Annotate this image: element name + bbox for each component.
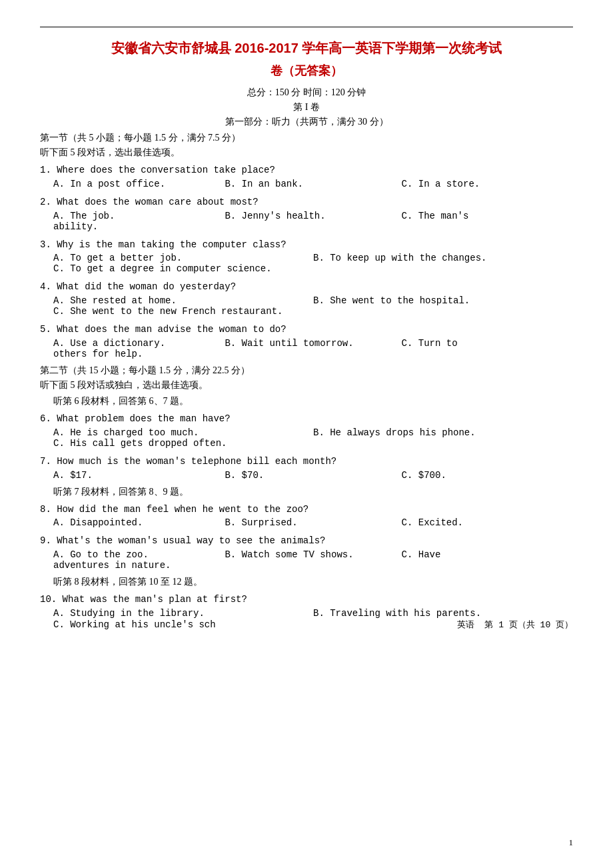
q4-optC: C. She went to the new French restaurant…	[40, 306, 573, 317]
passage8-note: 听第 8 段材料，回答第 10 至 12 题。	[40, 576, 573, 588]
section2-header: 第二节（共 15 小题；每小题 1.5 分，满分 22.5 分）	[40, 365, 573, 377]
q3-options-row1: A. To get a better job. B. To keep up wi…	[40, 253, 573, 263]
q3-optB: B. To keep up with the changes.	[313, 253, 573, 263]
q4-optB: B. She went to the hospital.	[313, 295, 573, 306]
footer-inline: 英语 第 1 页（共 10 页）	[457, 619, 573, 631]
q4-options-row1: A. She rested at home. B. She went to th…	[40, 295, 573, 306]
q1-text: 1. Where does the conversation take plac…	[40, 163, 573, 179]
passage6-note: 听第 6 段材料，回答第 6、7 题。	[40, 395, 573, 407]
section1-header: 第一节（共 5 小题；每小题 1.5 分，满分 7.5 分）	[40, 132, 573, 144]
q7-optC: C. $700.	[402, 470, 573, 481]
question-5: 5. What does the man advise the woman to…	[40, 322, 573, 359]
section2-instruction: 听下面 5 段对话或独白，选出最佳选项。	[40, 379, 573, 391]
question-6: 6. What problem does the man have? A. He…	[40, 411, 573, 449]
q9-optA: A. Go to the zoo.	[53, 549, 225, 560]
q2-wrap: ability.	[40, 221, 573, 232]
question-3: 3. Why is the man taking the computer cl…	[40, 237, 573, 275]
q1-optC: C. In a store.	[402, 179, 573, 189]
question-1: 1. Where does the conversation take plac…	[40, 163, 573, 189]
q9-wrap: adventures in nature.	[40, 560, 573, 571]
volume-label: 第 I 卷	[40, 101, 573, 113]
q5-options-row1: A. Use a dictionary. B. Wait until tomor…	[40, 338, 573, 349]
main-title: 安徽省六安市舒城县 2016-2017 学年高一英语下学期第一次统考试	[40, 39, 573, 57]
top-divider	[40, 27, 573, 27]
q2-optC: C. The man's	[402, 211, 573, 221]
q6-optA: A. He is charged too much.	[53, 427, 313, 438]
q5-optC: C. Turn to	[402, 338, 573, 349]
q10-text: 10. What was the man's plan at first?	[40, 592, 573, 608]
passage7-note: 听第 7 段材料，回答第 8、9 题。	[40, 486, 573, 498]
q6-optB: B. He always drops his phone.	[313, 427, 573, 438]
q5-wrap: others for help.	[40, 349, 573, 359]
q7-options: A. $17. B. $70. C. $700.	[40, 470, 573, 481]
q9-text: 9. What's the woman's usual way to see t…	[40, 533, 573, 549]
q10-optB: B. Traveling with his parents.	[313, 608, 573, 619]
page-number: 1	[569, 837, 574, 848]
q10-optC-row: C. Working at his uncle's sch 英语 第 1 页（共…	[40, 619, 573, 631]
q9-optC: C. Have	[402, 549, 573, 560]
question-8: 8. How did the man feel when he went to …	[40, 502, 573, 529]
q9-options-row1: A. Go to the zoo. B. Watch some TV shows…	[40, 549, 573, 560]
question-2: 2. What does the woman care about most? …	[40, 195, 573, 232]
q1-optA: A. In a post office.	[53, 179, 225, 189]
q2-options: A. The job. B. Jenny's health. C. The ma…	[40, 211, 573, 221]
q2-optB: B. Jenny's health.	[225, 211, 401, 221]
q3-text: 3. Why is the man taking the computer cl…	[40, 237, 573, 253]
q8-optA: A. Disappointed.	[53, 517, 225, 528]
q7-text: 7. How much is the woman's telephone bil…	[40, 454, 573, 470]
q8-optC: C. Excited.	[402, 517, 573, 528]
question-9: 9. What's the woman's usual way to see t…	[40, 533, 573, 571]
q8-optB: B. Surprised.	[225, 517, 401, 528]
q3-optA: A. To get a better job.	[53, 253, 313, 263]
q8-options: A. Disappointed. B. Surprised. C. Excite…	[40, 517, 573, 528]
question-7: 7. How much is the woman's telephone bil…	[40, 454, 573, 481]
q9-optB: B. Watch some TV shows.	[225, 549, 401, 560]
part1-title: 第一部分：听力（共两节，满分 30 分）	[40, 116, 573, 128]
q8-text: 8. How did the man feel when he went to …	[40, 502, 573, 518]
exam-info: 总分：150 分 时间：120 分钟	[40, 87, 573, 99]
question-4: 4. What did the woman do yesterday? A. S…	[40, 279, 573, 317]
q6-text: 6. What problem does the man have?	[40, 411, 573, 427]
q1-optB: B. In an bank.	[225, 179, 401, 189]
q10-optC: C. Working at his uncle's sch	[53, 619, 457, 630]
q6-optC: C. His call gets dropped often.	[40, 438, 573, 449]
q2-text: 2. What does the woman care about most?	[40, 195, 573, 211]
q5-optB: B. Wait until tomorrow.	[225, 338, 401, 349]
q1-options: A. In a post office. B. In an bank. C. I…	[40, 179, 573, 189]
q10-optA: A. Studying in the library.	[53, 608, 313, 619]
q10-options-row1: A. Studying in the library. B. Traveling…	[40, 608, 573, 619]
q3-optC: C. To get a degree in computer science.	[40, 263, 573, 274]
sub-title: 卷（无答案）	[40, 63, 573, 79]
q6-options-row1: A. He is charged too much. B. He always …	[40, 427, 573, 438]
q4-optA: A. She rested at home.	[53, 295, 313, 306]
q5-text: 5. What does the man advise the woman to…	[40, 322, 573, 338]
q7-optA: A. $17.	[53, 470, 225, 481]
q2-optA: A. The job.	[53, 211, 225, 221]
question-10: 10. What was the man's plan at first? A.…	[40, 592, 573, 631]
section1-instruction: 听下面 5 段对话，选出最佳选项。	[40, 147, 573, 159]
q5-optA: A. Use a dictionary.	[53, 338, 225, 349]
q4-text: 4. What did the woman do yesterday?	[40, 279, 573, 295]
q7-optB: B. $70.	[225, 470, 401, 481]
